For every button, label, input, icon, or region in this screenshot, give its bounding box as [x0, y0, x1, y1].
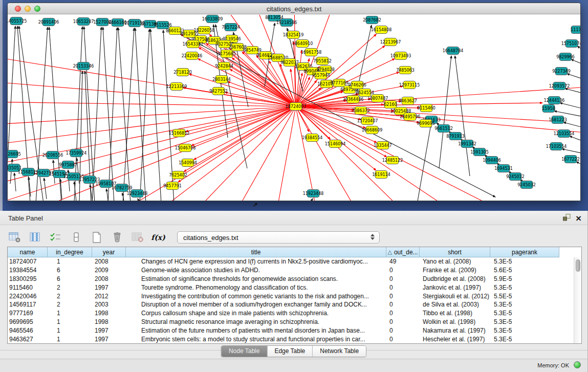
cell-out_degree[interactable]: 49	[386, 258, 420, 265]
graph-node[interactable]: 7955812	[313, 57, 332, 65]
close-panel-icon[interactable]: ×	[576, 214, 581, 223]
cell-pagerank[interactable]: 5.3E-5	[490, 301, 559, 308]
cell-pagerank[interactable]: 5.6E-5	[490, 267, 559, 274]
cell-short[interactable]: Franke et al. (2009)	[420, 267, 490, 274]
cell-in_degree[interactable]: 1	[48, 336, 92, 343]
graph-node[interactable]: 15720407	[357, 117, 378, 125]
show-columns-button[interactable]	[29, 231, 42, 244]
graph-node[interactable]: 7857224	[222, 24, 240, 31]
graph-node[interactable]: 7386372	[352, 107, 370, 115]
cell-title[interactable]: Embryonic stem cells: a model to study s…	[126, 336, 386, 343]
cell-pagerank[interactable]: 5.3E-5	[490, 310, 559, 317]
graph-node[interactable]: 10653287	[73, 18, 94, 26]
graph-node[interactable]: 16648784	[443, 47, 464, 55]
cell-title[interactable]: Changes of HCN gene expression and I(f) …	[126, 258, 386, 265]
cell-out_degree[interactable]: 0	[386, 301, 420, 308]
cell-year[interactable]: 2008	[92, 275, 126, 282]
row-height-button[interactable]	[70, 231, 83, 244]
cell-in_degree[interactable]: 6	[48, 275, 92, 282]
cell-pagerank[interactable]: 5.3E-5	[490, 336, 559, 343]
cell-short[interactable]: Tibbo et al. (1998)	[420, 310, 490, 317]
graph-node[interactable]: 1094406	[483, 157, 501, 164]
graph-node[interactable]: 14055725	[8, 17, 27, 25]
cell-year[interactable]: 2003	[92, 301, 126, 308]
graph-node[interactable]: 15751074	[561, 40, 580, 48]
cell-name[interactable]: 9699695	[8, 318, 48, 325]
cell-title[interactable]: Tourette syndrome. Phenomenology and cla…	[126, 284, 386, 291]
cell-title[interactable]: Estimation of significance thresholds fo…	[126, 275, 386, 282]
graph-node[interactable]: 8791913	[446, 133, 465, 140]
table-row[interactable]: 1872400712008Changes of HCN gene express…	[8, 257, 574, 266]
function-builder-button[interactable]: f(x)	[151, 231, 165, 244]
scrollbar-thumb[interactable]	[576, 259, 580, 272]
table-row[interactable]: 1830029562008Estimation of significance …	[8, 275, 574, 283]
graph-node[interactable]: 12485122	[382, 157, 403, 164]
graph-node[interactable]: 20206556	[42, 151, 63, 159]
cell-out_degree[interactable]: 0	[386, 336, 420, 343]
graph-node[interactable]: 12103554	[554, 130, 575, 138]
cell-short[interactable]: Yano et al. (2008)	[420, 258, 490, 265]
table-row[interactable]: 946362711997Embryonic stem cells: a mode…	[8, 335, 574, 343]
cell-year[interactable]: 1997	[92, 327, 126, 334]
graph-node[interactable]: 9661512	[434, 125, 453, 133]
cell-title[interactable]: Investigating the contribution of common…	[126, 293, 386, 300]
cell-title[interactable]: Corpus callosum shape and size in male p…	[126, 310, 386, 317]
cell-name[interactable]: 18300295	[8, 275, 48, 282]
cell-name[interactable]: 19384554	[8, 267, 48, 274]
table-selector-dropdown[interactable]: citations_edges.txt	[177, 231, 380, 244]
graph-node[interactable]: 20891406	[38, 18, 59, 26]
cell-name[interactable]: 9777169	[8, 310, 48, 317]
graph-node[interactable]: 18325419	[283, 31, 304, 39]
graph-node[interactable]: 15146094	[325, 140, 346, 148]
graph-node[interactable]: 9427552	[209, 87, 228, 95]
graph-node[interactable]: 1991342	[458, 140, 476, 148]
cell-short[interactable]: Jankovic et al. (1997)	[420, 284, 490, 291]
table-row[interactable]: 1938455462009Genome-wide association stu…	[8, 266, 574, 275]
cell-year[interactable]: 2008	[92, 258, 126, 265]
graph-node[interactable]: 9115460	[417, 104, 435, 112]
delete-table-button-disabled[interactable]	[131, 231, 144, 244]
table-settings-button[interactable]	[8, 231, 21, 244]
cell-out_degree[interactable]: 0	[386, 318, 420, 325]
new-column-button[interactable]	[90, 231, 103, 244]
graph-node[interactable]: 10973493	[390, 52, 411, 60]
citation-network-graph[interactable]: 1405572520891406106532871527002646616010…	[8, 15, 580, 201]
column-header-name[interactable]: name	[8, 247, 48, 257]
column-header-year[interactable]: year	[92, 247, 126, 257]
table-row[interactable]: 977716911998Corpus callosum shape and si…	[8, 309, 574, 318]
table-panel-titlebar[interactable]: Table Panel ×	[0, 211, 587, 225]
network-canvas[interactable]: 1405572520891406106532871527002646616010…	[8, 15, 580, 201]
cell-short[interactable]: Stergiakouli et al. (2012)	[420, 293, 490, 300]
table-body[interactable]: 1872400712008Changes of HCN gene express…	[8, 257, 574, 343]
graph-node[interactable]: 11172	[571, 26, 580, 34]
graph-node[interactable]: 1619114	[372, 171, 390, 179]
cell-out_degree[interactable]: 0	[386, 310, 420, 317]
graph-node[interactable]: 16961758	[301, 49, 322, 56]
column-header-out_degree[interactable]: △out_de...	[386, 247, 420, 257]
graph-node[interactable]: 12213369	[166, 83, 187, 91]
graph-node[interactable]: 22420046	[182, 52, 203, 60]
cell-short[interactable]: Hescheler et al. (1997)	[420, 336, 490, 343]
float-panel-icon[interactable]	[562, 213, 571, 224]
graph-node[interactable]: 2718120	[173, 69, 192, 76]
graph-node[interactable]: 12213967	[380, 38, 401, 46]
column-header-short[interactable]: short	[420, 247, 490, 257]
cell-title[interactable]: Estimation of the future numbers of pati…	[126, 327, 386, 334]
graph-node[interactable]: 11923448	[303, 190, 324, 198]
cell-pagerank[interactable]: 5.3E-5	[490, 258, 559, 265]
cell-name[interactable]: 18724007	[8, 258, 48, 265]
column-header-in_degree[interactable]: in_degree	[48, 247, 92, 257]
cell-year[interactable]: 1997	[92, 336, 126, 343]
table-row[interactable]: 969969511998Structural magnetic resonanc…	[8, 318, 574, 326]
graph-node[interactable]: 9975887	[59, 161, 77, 169]
table-row[interactable]: 1456911722003Disruption of a novel membe…	[8, 300, 574, 309]
cell-name[interactable]: 9115460	[8, 284, 48, 291]
cell-year[interactable]: 1998	[92, 310, 126, 317]
select-rows-button[interactable]	[49, 231, 62, 244]
cell-pagerank[interactable]: 5.3E-5	[490, 284, 559, 291]
cell-short[interactable]: de Silva et al. (2003)	[420, 301, 490, 308]
graph-node[interactable]: 12973115	[399, 81, 420, 89]
cell-in_degree[interactable]: 2	[48, 293, 92, 300]
cell-year[interactable]: 2009	[92, 267, 126, 274]
cell-in_degree[interactable]: 2	[48, 284, 92, 291]
